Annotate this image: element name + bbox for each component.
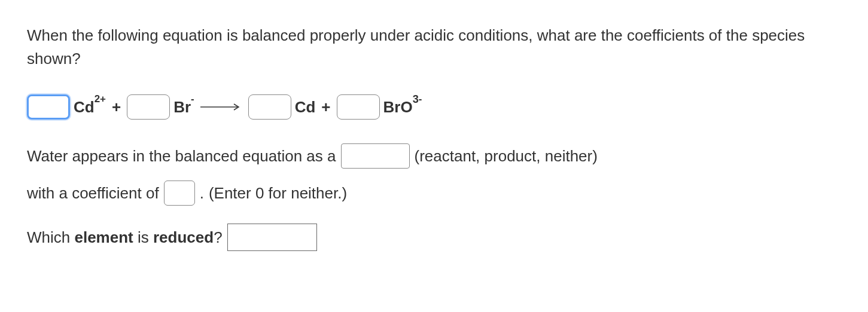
- coeff-hint: (Enter 0 for neither.): [209, 182, 347, 205]
- question-text: When the following equation is balanced …: [27, 24, 841, 71]
- reaction-arrow: [200, 103, 242, 111]
- species-cd2plus: Cd2+: [74, 99, 106, 115]
- coefficient-line: with a coefficient of . (Enter 0 for nei…: [27, 181, 841, 206]
- water-coeff-input[interactable]: [164, 181, 195, 206]
- water-line: Water appears in the balanced equation a…: [27, 143, 841, 169]
- coeff-input-4[interactable]: [337, 94, 380, 120]
- reduced-question: Which element is reduced?: [27, 226, 223, 249]
- water-hint: (reactant, product, neither): [415, 145, 598, 168]
- plus-sign-1: +: [112, 96, 121, 119]
- coeff-input-3[interactable]: [248, 94, 291, 120]
- water-prefix: Water appears in the balanced equation a…: [27, 145, 336, 168]
- plus-sign-2: +: [321, 96, 330, 119]
- coeff-period: .: [200, 182, 204, 205]
- species-cd: Cd: [295, 99, 316, 115]
- equation-row: Cd2+ + Br- Cd + BrO3-: [27, 94, 841, 120]
- coeff-prefix: with a coefficient of: [27, 182, 159, 205]
- reduced-line: Which element is reduced?: [27, 224, 841, 251]
- reduced-element-input[interactable]: [227, 224, 317, 251]
- coeff-input-1[interactable]: [27, 94, 70, 120]
- species-bro3-minus: BrO3-: [383, 99, 422, 115]
- coeff-input-2[interactable]: [127, 94, 170, 120]
- water-role-input[interactable]: [341, 143, 410, 169]
- species-br-minus: Br-: [173, 99, 194, 115]
